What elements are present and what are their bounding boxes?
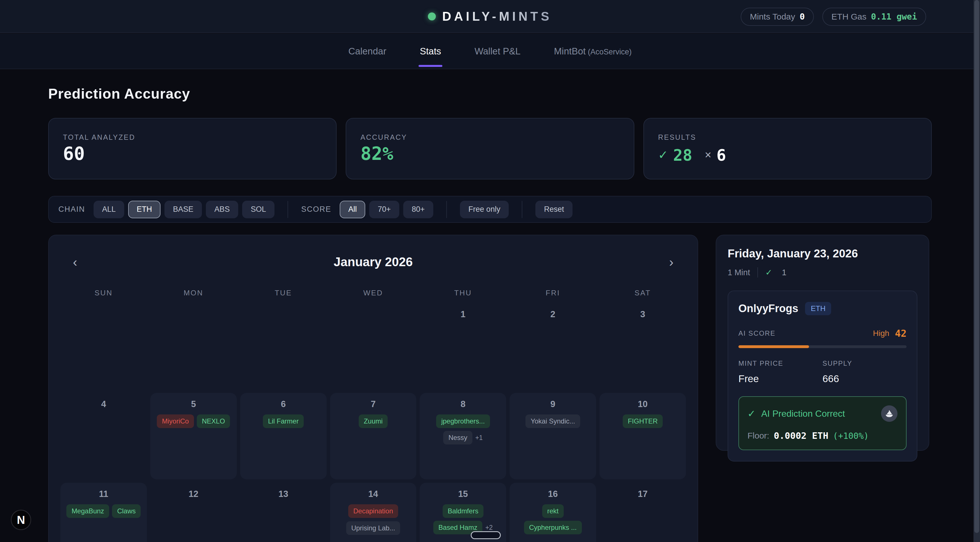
- chevron-left-icon[interactable]: ‹: [73, 256, 77, 269]
- day-number: 11: [60, 489, 147, 499]
- stat-card-label: RESULTS: [658, 133, 917, 141]
- tab-stats[interactable]: Stats: [418, 40, 442, 62]
- floor-row: Floor: 0.0002 ETH (+100%): [748, 430, 897, 441]
- chain-option-abs[interactable]: ABS: [206, 201, 238, 218]
- event-chip[interactable]: MiyoriCo: [157, 415, 194, 428]
- divider: [288, 201, 288, 218]
- day-number: 12: [150, 489, 237, 499]
- floor-value: 0.0002 ETH: [774, 430, 829, 441]
- day-cell-9[interactable]: 9Yokai Syndic...: [509, 393, 596, 479]
- stat-card-label: TOTAL ANALYZED: [63, 133, 322, 141]
- eth-gas-badge: ETH Gas 0.11 gwei: [822, 8, 926, 26]
- header-badges: Mints Today 0 ETH Gas 0.11 gwei: [741, 0, 926, 33]
- event-chip[interactable]: Uprising Lab...: [346, 521, 400, 535]
- score-tier: High: [873, 329, 889, 338]
- scroll-indicator-pill[interactable]: [471, 531, 501, 539]
- page-scrollbar-track[interactable]: [974, 0, 980, 542]
- event-chip[interactable]: Nessy: [443, 431, 473, 445]
- prediction-result-box: ✓ AI Prediction Correct: [738, 396, 907, 450]
- score-option-all[interactable]: All: [340, 201, 365, 218]
- day-cell-5[interactable]: 5MiyoriCoNEXLO: [150, 393, 237, 479]
- day-number: 9: [509, 399, 596, 409]
- day-cell-7[interactable]: 7Zuumi: [330, 393, 417, 479]
- mint-count: 1 Mint: [728, 268, 750, 277]
- page-scrollbar-thumb[interactable]: [974, 0, 979, 533]
- event-chip[interactable]: NEXLO: [197, 415, 230, 428]
- weekday-thu: THU: [418, 289, 508, 297]
- day-cell-12[interactable]: 12: [150, 483, 237, 542]
- tab-mintbot[interactable]: MintBot (AcoService): [553, 40, 633, 62]
- event-chip-row: Yokai Syndic...: [509, 415, 596, 428]
- tab-label: MintBot: [554, 46, 586, 56]
- chain-option-base[interactable]: BASE: [164, 201, 202, 218]
- day-cell-4[interactable]: 4: [60, 393, 147, 479]
- calendar-week-row: 123: [59, 301, 688, 391]
- event-chip-row: jpegbrothers...Nessy+1: [420, 415, 506, 445]
- event-chip[interactable]: Claws: [112, 504, 141, 518]
- day-cell-3[interactable]: 3: [600, 303, 686, 389]
- tab-wallet-p-l[interactable]: Wallet P&L: [474, 40, 522, 62]
- chain-option-all[interactable]: ALL: [94, 201, 124, 218]
- reset-button[interactable]: Reset: [535, 201, 573, 218]
- day-summary-row: 1 Mint ✓ 1: [728, 267, 917, 278]
- prediction-text: AI Prediction Correct: [761, 408, 845, 419]
- free-only-button[interactable]: Free only: [460, 201, 509, 218]
- score-option-80-[interactable]: 80+: [403, 201, 433, 218]
- tab-label-suffix: (AcoService): [585, 48, 632, 56]
- tab-calendar[interactable]: Calendar: [347, 40, 387, 62]
- calendar-grid: 12345MiyoriCoNEXLO6Lil Farmer7Zuumi8jpeg…: [59, 301, 688, 542]
- check-icon: ✓: [748, 408, 756, 419]
- selected-date-title: Friday, January 23, 2026: [728, 247, 917, 260]
- weekday-sun: SUN: [59, 289, 149, 297]
- day-cell-8[interactable]: 8jpegbrothers...Nessy+1: [420, 393, 506, 479]
- more-events-count: +2: [485, 524, 493, 531]
- event-chip[interactable]: Cypherpunks ...: [524, 521, 582, 534]
- event-chip[interactable]: Yokai Syndic...: [525, 415, 580, 428]
- stat-card-results: RESULTS✓28×6: [643, 118, 932, 180]
- event-chip[interactable]: Baldmfers: [443, 504, 484, 518]
- mints-today-label: Mints Today: [750, 12, 795, 22]
- nextjs-dev-badge[interactable]: N: [11, 510, 31, 530]
- score-option-70-[interactable]: 70+: [369, 201, 399, 218]
- day-cell-14[interactable]: 14DecapinationUprising Lab...: [330, 483, 417, 542]
- day-cell-17[interactable]: 17: [600, 483, 686, 542]
- day-cell-13[interactable]: 13: [240, 483, 327, 542]
- stat-card-label: ACCURACY: [360, 133, 619, 141]
- calendar-month-title: January 2026: [334, 255, 413, 269]
- x-icon: ×: [705, 149, 711, 161]
- day-number: 7: [330, 399, 417, 409]
- eth-gas-label: ETH Gas: [831, 12, 866, 22]
- mint-price-label: MINT PRICE: [738, 359, 822, 367]
- ai-score-label: AI SCORE: [738, 329, 776, 337]
- floor-label: Floor:: [748, 431, 769, 440]
- day-cell-2[interactable]: 2: [509, 303, 596, 389]
- day-cell-1[interactable]: 1: [420, 303, 506, 389]
- day-cell-10[interactable]: 10FIGHTER: [600, 393, 686, 479]
- event-chip[interactable]: rekt: [542, 504, 564, 518]
- stat-cards-row: TOTAL ANALYZED60ACCURACY82%RESULTS✓28×6: [48, 118, 932, 180]
- collection-card[interactable]: OnlyyFrogs ETH AI SCORE High 42 MINT PRI…: [728, 291, 917, 461]
- calendar-week-row: 11MegaBunzClaws121314DecapinationUprisin…: [59, 481, 688, 542]
- event-chip-row: DecapinationUprising Lab...: [330, 504, 417, 535]
- event-chip-row: FIGHTER: [600, 415, 686, 428]
- chain-option-eth[interactable]: ETH: [128, 201, 161, 218]
- event-chip[interactable]: MegaBunz: [66, 504, 109, 518]
- event-chip[interactable]: FIGHTER: [623, 415, 663, 428]
- event-chip[interactable]: Lil Farmer: [263, 415, 304, 428]
- opensea-icon[interactable]: [881, 405, 897, 422]
- divider: [446, 201, 447, 218]
- event-chip[interactable]: Zuumi: [359, 415, 388, 428]
- day-cell-11[interactable]: 11MegaBunzClaws: [60, 483, 147, 542]
- calendar-header: ‹ January 2026 ›: [59, 235, 688, 289]
- ai-score-row: AI SCORE High 42: [738, 328, 907, 339]
- event-chip[interactable]: Decapination: [348, 504, 398, 518]
- event-chip[interactable]: jpegbrothers...: [436, 415, 490, 428]
- weekday-mon: MON: [149, 289, 239, 297]
- day-cell-6[interactable]: 6Lil Farmer: [240, 393, 327, 479]
- day-cell-16[interactable]: 16rektCypherpunks ...: [509, 483, 596, 542]
- floor-change: (+100%): [833, 431, 869, 441]
- chevron-right-icon[interactable]: ›: [669, 256, 673, 269]
- day-number: 16: [509, 489, 596, 499]
- check-icon: ✓: [765, 268, 772, 277]
- chain-option-sol[interactable]: SOL: [242, 201, 275, 218]
